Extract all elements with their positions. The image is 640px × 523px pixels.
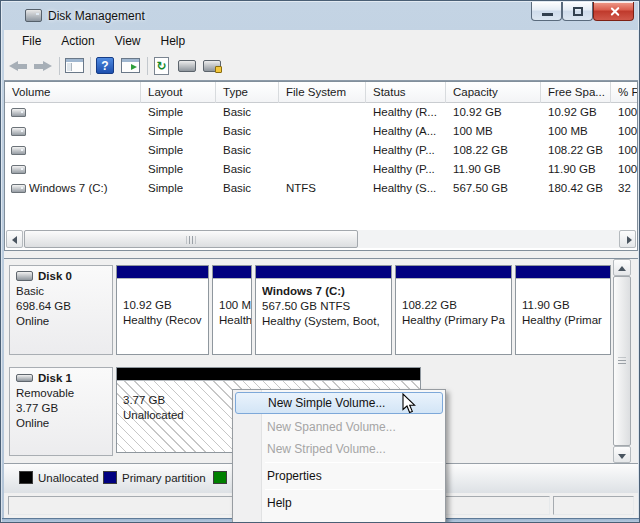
- cell-type: Basic: [223, 182, 251, 194]
- cell-capacity: 11.90 GB: [453, 163, 501, 175]
- partition-color-band: [213, 266, 251, 278]
- volume-row[interactable]: Windows 7 (C:) Simple Basic NTFS Healthy…: [5, 179, 637, 198]
- help-icon[interactable]: ?: [96, 57, 114, 74]
- menu-item-properties[interactable]: Properties: [233, 465, 445, 487]
- minimize-button[interactable]: [531, 2, 562, 21]
- volume-list-pane: Volume Layout Type File System Status Ca…: [4, 81, 638, 251]
- partition-status: Health: [219, 313, 251, 328]
- horizontal-scrollbar[interactable]: [6, 230, 636, 248]
- cell-type: Basic: [223, 163, 251, 175]
- partition-primary-1[interactable]: 108.22 GB Healthy (Primary Pa: [395, 265, 512, 355]
- disk-kind: Removable: [16, 386, 106, 401]
- cell-status: Healthy (R...: [373, 106, 447, 118]
- partition-size: 567.50 GB NTFS: [262, 299, 391, 314]
- column-file-system[interactable]: File System: [279, 82, 366, 103]
- back-icon[interactable]: [7, 61, 29, 72]
- menu-action[interactable]: Action: [51, 31, 104, 51]
- volume-row[interactable]: Simple Basic Healthy (P... 11.90 GB 11.9…: [5, 160, 637, 179]
- partition-color-band: [256, 266, 391, 278]
- refresh-icon[interactable]: ↻: [154, 57, 169, 75]
- partition-primary-2[interactable]: 11.90 GB Healthy (Primar: [515, 265, 611, 355]
- disk-name: Disk 0: [38, 270, 72, 282]
- column-free-space[interactable]: Free Spa...: [541, 82, 611, 103]
- disk-management-window: Disk Management File Action View Help ? …: [0, 0, 640, 523]
- partition-windows-c[interactable]: Windows 7 (C:) 567.50 GB NTFS Healthy (S…: [255, 265, 392, 355]
- window-title: Disk Management: [48, 9, 145, 23]
- volume-row[interactable]: Simple Basic Healthy (R... 10.92 GB 10.9…: [5, 103, 637, 122]
- maximize-button[interactable]: [562, 2, 593, 21]
- partition-color-band: [117, 266, 208, 278]
- manage-vhd-icon[interactable]: [203, 60, 221, 72]
- legend-primary-partition: Primary partition: [103, 471, 206, 484]
- table-header: Volume Layout Type File System Status Ca…: [5, 82, 637, 103]
- disk-status: Online: [16, 314, 106, 329]
- primary-partition-swatch-icon: [103, 471, 117, 484]
- volume-row[interactable]: Simple Basic Healthy (P... 108.22 GB 108…: [5, 141, 637, 160]
- close-button[interactable]: [593, 2, 634, 21]
- disk-properties-icon[interactable]: [178, 60, 196, 72]
- volume-row[interactable]: Simple Basic Healthy (A... 100 MB 100 MB…: [5, 122, 637, 141]
- app-icon: [25, 9, 42, 22]
- disk-icon: [16, 271, 33, 281]
- partition-size: 11.90 GB: [522, 298, 610, 313]
- scroll-down-button[interactable]: [613, 446, 631, 463]
- volume-icon: [11, 184, 26, 193]
- cell-pct-free: 100: [618, 106, 637, 118]
- cell-type: Basic: [223, 144, 251, 156]
- cell-capacity: 108.22 GB: [453, 144, 508, 156]
- partition-color-band: [396, 266, 511, 278]
- column-status[interactable]: Status: [366, 82, 446, 103]
- legend-unallocated: Unallocated: [19, 471, 99, 484]
- forward-icon[interactable]: [32, 61, 54, 72]
- cell-capacity: 567.50 GB: [453, 182, 508, 194]
- column-volume[interactable]: Volume: [5, 82, 141, 103]
- scroll-right-button[interactable]: [619, 230, 636, 248]
- cell-free-space: 11.90 GB: [548, 163, 596, 175]
- cell-layout: Simple: [148, 125, 183, 137]
- scroll-up-button[interactable]: [613, 259, 631, 276]
- column-type[interactable]: Type: [216, 82, 279, 103]
- partition-system-reserved[interactable]: 100 M Health: [212, 265, 252, 355]
- vertical-scrollbar[interactable]: [613, 259, 631, 463]
- column-capacity[interactable]: Capacity: [446, 82, 541, 103]
- title-bar[interactable]: Disk Management: [1, 1, 640, 30]
- menu-help[interactable]: Help: [151, 31, 196, 51]
- legend-label: Unallocated: [38, 472, 99, 484]
- cell-status: Healthy (P...: [373, 144, 447, 156]
- menu-item-help[interactable]: Help: [233, 492, 445, 514]
- cell-status: Healthy (P...: [373, 163, 447, 175]
- cell-status: Healthy (A...: [373, 125, 447, 137]
- column-pct-free[interactable]: % F: [611, 82, 637, 103]
- volume-icon: [11, 108, 26, 117]
- partition-recovery[interactable]: 10.92 GB Healthy (Recov: [116, 265, 209, 355]
- vertical-scroll-thumb[interactable]: [613, 276, 631, 446]
- scroll-left-button[interactable]: [6, 230, 23, 248]
- toolbar-separator: [90, 57, 91, 75]
- cell-layout: Simple: [148, 106, 183, 118]
- disk0-label-box[interactable]: Disk 0 Basic 698.64 GB Online: [9, 265, 113, 355]
- maximize-icon: [573, 7, 583, 16]
- legend-label: Primary partition: [122, 472, 206, 484]
- column-layout[interactable]: Layout: [141, 82, 216, 103]
- scroll-grip-icon: [187, 236, 196, 244]
- menu-item-new-spanned-volume: New Spanned Volume...: [233, 416, 445, 438]
- horizontal-scroll-thumb[interactable]: [24, 230, 358, 248]
- cell-pct-free: 100: [618, 144, 637, 156]
- console-tree-icon[interactable]: [65, 58, 84, 73]
- cell-free-space: 10.92 GB: [548, 106, 597, 118]
- disk1-label-box[interactable]: Disk 1 Removable 3.77 GB Online: [9, 367, 113, 456]
- scroll-grip-icon: [618, 358, 626, 365]
- partition-size: 10.92 GB: [123, 298, 208, 313]
- partition-size: 100 M: [219, 298, 251, 313]
- mouse-cursor-icon: [401, 393, 417, 414]
- action-pane-icon[interactable]: [121, 58, 140, 73]
- cell-file-system: NTFS: [286, 182, 316, 194]
- disk-status: Online: [16, 416, 106, 431]
- disk-icon: [16, 374, 33, 382]
- toolbar-separator: [59, 57, 60, 75]
- partition-name: Windows 7 (C:): [262, 284, 391, 299]
- menu-view[interactable]: View: [105, 31, 151, 51]
- menu-file[interactable]: File: [12, 31, 51, 51]
- pane-splitter[interactable]: [4, 251, 638, 258]
- up-arrow-icon: [618, 266, 626, 271]
